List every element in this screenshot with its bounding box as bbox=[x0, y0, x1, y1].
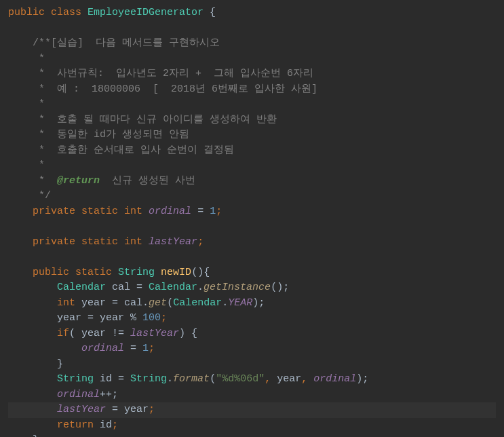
paren-close: ) { bbox=[179, 328, 197, 339]
code-line: Calendar cal = Calendar.getInstance(); bbox=[8, 280, 496, 296]
code-line: ordinal = 1; bbox=[8, 341, 496, 357]
keyword-public: public bbox=[33, 267, 69, 278]
semicolon: ; bbox=[149, 404, 155, 415]
keyword-class: class bbox=[51, 7, 81, 18]
code-line: public static String newID(){ bbox=[8, 265, 496, 281]
type-calendar: Calendar bbox=[149, 282, 197, 293]
type-calendar: Calendar bbox=[57, 282, 106, 293]
number-literal: 1 bbox=[210, 206, 216, 217]
code-line: private static int ordinal = 1; bbox=[8, 204, 496, 220]
code-line: * @return 신규 생성된 사번 bbox=[8, 174, 496, 189]
operator: = bbox=[112, 373, 130, 385]
field-ordinal: ordinal bbox=[57, 389, 100, 400]
operator: = bbox=[124, 343, 142, 354]
parens: (); bbox=[271, 282, 289, 293]
semicolon: ; bbox=[197, 236, 203, 248]
code-line: } bbox=[8, 433, 496, 437]
comment-star: * bbox=[33, 53, 45, 64]
code-line: year = year % 100; bbox=[8, 311, 496, 326]
comment-text: 신규 생성된 사번 bbox=[100, 175, 195, 187]
field-year: YEAR bbox=[228, 297, 252, 309]
keyword-int: int bbox=[124, 206, 142, 217]
var-year: year bbox=[81, 328, 106, 339]
type-calendar: Calendar bbox=[173, 297, 222, 309]
comment-star: * bbox=[33, 159, 45, 171]
operator: = bbox=[106, 404, 124, 415]
code-line: * bbox=[8, 52, 496, 67]
paren-open: ( bbox=[210, 373, 216, 385]
dot: . bbox=[167, 373, 173, 385]
paren-open: ( bbox=[167, 297, 173, 309]
operator: = bbox=[191, 206, 210, 217]
keyword-return: return bbox=[57, 419, 94, 431]
operator: % bbox=[124, 312, 142, 324]
code-line: public class EmployeeIDGenerator { bbox=[8, 5, 496, 21]
semicolon: ; bbox=[149, 343, 155, 354]
doc-open: /** bbox=[33, 37, 51, 49]
code-line: * 예 : 18000006 [ 2018년 6번째로 입사한 사원] bbox=[8, 82, 496, 98]
code-line: * bbox=[8, 97, 496, 113]
code-line: if( year != lastYear) { bbox=[8, 326, 496, 342]
code-line: * 호출한 순서대로 입사 순번이 결정됨 bbox=[8, 143, 496, 159]
operator: ++; bbox=[100, 389, 118, 400]
comment-text: 사번규칙: 입사년도 2자리 + 그해 입사순번 6자리 bbox=[45, 68, 313, 79]
field-lastyear: lastYear bbox=[57, 404, 106, 415]
code-line: * 동일한 id가 생성되면 안됨 bbox=[8, 128, 496, 143]
code-line: * bbox=[8, 158, 496, 174]
keyword-private: private bbox=[33, 236, 75, 248]
string-literal: "%d%06d" bbox=[216, 373, 265, 385]
var-year: year bbox=[81, 297, 106, 309]
code-line: return id; bbox=[8, 418, 496, 434]
keyword-if: if bbox=[57, 328, 69, 339]
paren-close: ); bbox=[252, 297, 265, 309]
field-ordinal: ordinal bbox=[313, 373, 356, 385]
keyword-static: static bbox=[75, 267, 112, 278]
doc-tag-return: @return bbox=[57, 175, 100, 187]
comma: , bbox=[265, 373, 277, 385]
var-year: year bbox=[277, 373, 301, 385]
var-year: year bbox=[57, 312, 81, 324]
doc-close: */ bbox=[33, 190, 51, 202]
parens: (){ bbox=[191, 267, 210, 278]
code-line: } bbox=[8, 357, 496, 373]
paren-open: ( bbox=[69, 328, 81, 339]
code-line bbox=[8, 250, 496, 265]
code-line: * 사번규칙: 입사년도 2자리 + 그해 입사순번 6자리 bbox=[8, 66, 496, 82]
code-editor: public class EmployeeIDGenerator { /**[실… bbox=[8, 5, 496, 437]
operator: = bbox=[106, 297, 124, 309]
brace: { bbox=[210, 7, 216, 18]
var-id: id bbox=[100, 373, 112, 385]
comment-star: * bbox=[33, 175, 45, 187]
comment-star: * bbox=[33, 98, 45, 110]
keyword-public: public bbox=[8, 7, 45, 18]
code-line: /**[실습] 다음 메서드를 구현하시오 bbox=[8, 36, 496, 52]
code-line: int year = cal.get(Calendar.YEAR); bbox=[8, 296, 496, 311]
field-lastyear: lastYear bbox=[149, 236, 197, 248]
var-year: year bbox=[100, 312, 124, 324]
var-year: year bbox=[124, 404, 149, 415]
comma: , bbox=[301, 373, 313, 385]
semicolon: ; bbox=[216, 206, 222, 217]
var-cal: cal bbox=[124, 297, 142, 309]
type-string: String bbox=[130, 373, 167, 385]
dot: . bbox=[197, 282, 203, 293]
type-string: String bbox=[118, 267, 155, 278]
method-call: get bbox=[149, 297, 167, 309]
comment-text: 동일한 id가 생성되면 안됨 bbox=[45, 129, 189, 140]
comment-text: 예 : 18000006 [ 2018년 6번째로 입사한 사원] bbox=[45, 83, 317, 95]
code-line: * 호출 될 때마다 신규 아이디를 생성하여 반환 bbox=[8, 113, 496, 128]
comment-star: * bbox=[33, 129, 45, 140]
code-line: ordinal++; bbox=[8, 387, 496, 403]
brace: } bbox=[33, 434, 39, 437]
brace: } bbox=[57, 358, 63, 370]
var-cal: cal bbox=[112, 282, 130, 293]
keyword-int: int bbox=[57, 297, 75, 309]
number-literal: 1 bbox=[142, 343, 149, 354]
class-name: EmployeeIDGenerator bbox=[88, 7, 203, 18]
semicolon: ; bbox=[161, 312, 167, 324]
operator: = bbox=[81, 312, 100, 324]
method-call: format bbox=[173, 373, 210, 385]
keyword-static: static bbox=[81, 236, 118, 248]
field-ordinal: ordinal bbox=[149, 206, 191, 217]
method-name: newID bbox=[161, 267, 191, 278]
